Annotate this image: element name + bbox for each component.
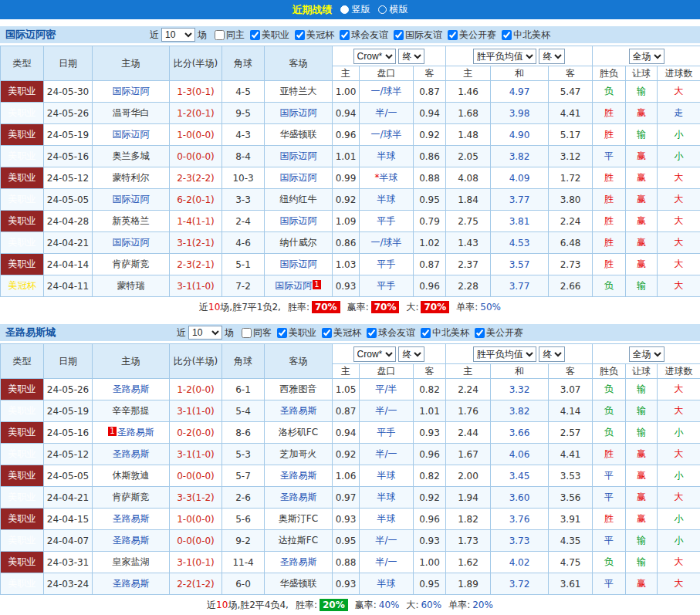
team-link[interactable]: 达拉斯FC [279, 535, 318, 546]
team-link[interactable]: 圣路易斯 [113, 513, 150, 524]
team-link[interactable]: 亚特兰大 [280, 86, 317, 96]
team-link[interactable]: 圣路易斯 [113, 384, 150, 394]
score-cell[interactable]: 0-0(0-0) [170, 146, 222, 167]
team-link[interactable]: 华盛顿联 [280, 129, 317, 140]
recent-count-select[interactable]: 10 [188, 326, 222, 340]
score-cell[interactable]: 2-2(1-2) [170, 573, 222, 595]
team-link[interactable]: 国际迈阿 [113, 194, 150, 204]
bookmaker-select[interactable]: Crow* [353, 49, 396, 64]
team-link[interactable]: 肯萨斯竞 [113, 492, 150, 502]
score-cell[interactable]: 3-3(1-2) [170, 487, 222, 509]
score-cell[interactable]: 0-2(0-0) [170, 422, 222, 444]
team-link[interactable]: 纳什威尔 [280, 237, 317, 248]
team-link[interactable]: 洛杉矶FC [279, 427, 318, 438]
euro-type-select[interactable]: 胜平负均值 [473, 49, 536, 64]
team-link[interactable]: 肯萨斯竞 [113, 259, 150, 269]
checkbox-input[interactable] [394, 30, 404, 40]
team-link[interactable]: 国际迈阿 [280, 259, 317, 269]
score-cell[interactable]: 1-0(0-0) [170, 124, 222, 146]
checkbox-input[interactable] [502, 30, 512, 40]
team-link[interactable]: 圣路易斯 [117, 427, 154, 438]
team-link[interactable]: 圣路易斯 [113, 448, 150, 459]
team-link[interactable]: 圣路易斯 [113, 578, 150, 589]
team-name-link[interactable]: 圣路易斯城 [5, 326, 56, 340]
filter-checkbox[interactable]: 中北美杯 [421, 326, 469, 340]
score-cell[interactable]: 1-4(1-1) [170, 211, 222, 232]
team-link[interactable]: 温哥华白 [113, 107, 150, 118]
team-link[interactable]: 圣路易斯 [280, 556, 317, 567]
score-cell[interactable]: 1-2(0-1) [170, 103, 222, 124]
team-link[interactable]: 圣路易斯 [113, 535, 150, 546]
team-link[interactable]: 西雅图音 [280, 384, 317, 394]
checkbox-input[interactable] [367, 328, 377, 338]
filter-checkbox[interactable]: 球会友谊 [340, 29, 388, 42]
scope-select[interactable]: 全场 [629, 49, 664, 64]
team-link[interactable]: 国际迈阿 [280, 172, 317, 183]
filter-checkbox[interactable]: 中北美杯 [502, 29, 550, 42]
score-cell[interactable]: 2-3(2-2) [170, 167, 222, 189]
euro-type-select[interactable]: 胜平负均值 [473, 346, 536, 362]
team-link[interactable]: 奥斯汀FC [279, 513, 318, 524]
scope-select[interactable]: 全场 [629, 346, 664, 362]
team-link[interactable]: 蒙特瑞 [117, 280, 145, 291]
filter-checkbox[interactable]: 同客 [242, 326, 272, 340]
checkbox-input[interactable] [448, 30, 458, 40]
filter-checkbox[interactable]: 美职业 [250, 29, 289, 42]
checkbox-input[interactable] [215, 30, 225, 40]
layout-radio-vertical[interactable]: 竖版 [340, 3, 370, 16]
score-cell[interactable]: 3-1(1-0) [170, 400, 222, 422]
score-cell[interactable]: 3-1(2-1) [170, 232, 222, 254]
team-link[interactable]: 国际迈阿 [113, 129, 150, 140]
score-cell[interactable]: 0-0(0-0) [170, 530, 222, 552]
score-cell[interactable]: 1-0(0-0) [170, 509, 222, 530]
checkbox-input[interactable] [475, 328, 485, 338]
score-cell[interactable]: 0-0(0-0) [170, 465, 222, 487]
checkbox-input[interactable] [421, 328, 431, 338]
team-name-link[interactable]: 国际迈阿密 [5, 28, 56, 42]
filter-checkbox[interactable]: 美职业 [277, 326, 316, 340]
team-link[interactable]: 圣路易斯 [280, 405, 317, 416]
filter-checkbox[interactable]: 同主 [215, 29, 245, 42]
team-link[interactable]: 新英格兰 [113, 215, 150, 226]
checkbox-input[interactable] [295, 30, 305, 40]
team-link[interactable]: 辛辛那提 [113, 405, 150, 416]
team-link[interactable]: 纽约红牛 [280, 194, 317, 204]
asia-time-select[interactable]: 终 [398, 49, 424, 64]
team-link[interactable]: 蒙特利尔 [113, 172, 150, 183]
score-cell[interactable]: 1-3(0-1) [170, 81, 222, 103]
team-link[interactable]: 皇家盐湖 [113, 556, 150, 567]
checkbox-input[interactable] [250, 30, 260, 40]
team-link[interactable]: 国际迈阿 [275, 280, 312, 291]
team-link[interactable]: 圣路易斯 [280, 492, 317, 502]
score-cell[interactable]: 3-1(0-1) [170, 552, 222, 573]
euro-time-select[interactable]: 终 [539, 346, 565, 362]
checkbox-input[interactable] [340, 30, 350, 40]
team-link[interactable]: 圣路易斯 [280, 470, 317, 481]
score-cell[interactable]: 6-2(0-1) [170, 189, 222, 211]
team-link[interactable]: 国际迈阿 [280, 215, 317, 226]
score-cell[interactable]: 2-3(2-1) [170, 254, 222, 275]
filter-checkbox[interactable]: 美冠杯 [322, 326, 361, 340]
team-link[interactable]: 华盛顿联 [280, 578, 317, 589]
team-link[interactable]: 国际迈阿 [113, 237, 150, 248]
layout-radio-horizontal[interactable]: 横版 [378, 3, 408, 16]
team-link[interactable]: 国际迈阿 [280, 150, 317, 161]
asia-time-select[interactable]: 终 [398, 346, 424, 362]
score-cell[interactable]: 3-1(1-0) [170, 444, 222, 465]
team-link[interactable]: 芝加哥火 [280, 448, 317, 459]
bookmaker-select[interactable]: Crow* [353, 346, 396, 362]
filter-checkbox[interactable]: 美公开赛 [475, 326, 523, 340]
filter-checkbox[interactable]: 球会友谊 [367, 326, 415, 340]
checkbox-input[interactable] [322, 328, 332, 338]
team-link[interactable]: 国际迈阿 [280, 107, 317, 118]
team-link[interactable]: 奥兰多城 [113, 150, 150, 161]
score-cell[interactable]: 3-1(1-0) [170, 275, 222, 297]
team-link[interactable]: 国际迈阿 [113, 86, 150, 96]
checkbox-input[interactable] [242, 328, 252, 338]
filter-checkbox[interactable]: 美公开赛 [448, 29, 496, 42]
recent-count-select[interactable]: 10 [161, 28, 195, 42]
filter-checkbox[interactable]: 国际友谊 [394, 29, 442, 42]
team-link[interactable]: 休斯敦迪 [113, 470, 150, 481]
checkbox-input[interactable] [277, 328, 287, 338]
euro-time-select[interactable]: 终 [539, 49, 565, 64]
